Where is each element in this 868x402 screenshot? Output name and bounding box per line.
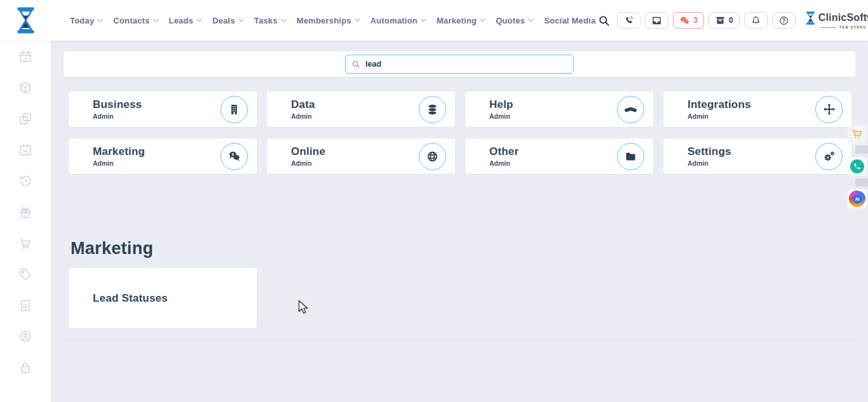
main-nav: Today Contacts Leads Deals Tasks Members… (70, 16, 595, 25)
floating-tab[interactable] (855, 145, 868, 154)
nav-item-marketing[interactable]: Marketing (437, 16, 485, 25)
chevron-down-icon (97, 18, 103, 22)
sidebar-copy-icon[interactable] (18, 111, 33, 126)
chevron-down-icon (355, 18, 360, 22)
sidebar-calendar-event-icon[interactable] (18, 142, 33, 157)
card-data[interactable]: DataAdmin (267, 91, 455, 127)
phone-button[interactable] (617, 12, 641, 29)
search-toolbar (64, 51, 855, 77)
register-count: 0 (729, 16, 733, 25)
storefront-icon (715, 15, 726, 26)
app-logo[interactable] (15, 7, 37, 34)
chevron-down-icon (480, 18, 485, 22)
section-divider (64, 338, 855, 339)
nav-item-social-media[interactable]: Social Media (544, 16, 595, 25)
chevron-down-icon (238, 18, 244, 22)
chevron-down-icon (421, 18, 426, 22)
main-content: BusinessAdmin DataAdmin HelpAdmin Integr… (51, 41, 868, 402)
handshake-icon (617, 96, 644, 123)
svg-text:12: 12 (24, 57, 28, 60)
chat-badge: 3 (693, 16, 698, 25)
hourglass-logo-icon (805, 11, 816, 25)
chevron-down-icon (153, 18, 159, 22)
card-settings[interactable]: SettingsAdmin (663, 138, 851, 174)
lead-statuses-label: Lead Statuses (93, 292, 168, 305)
notifications-button[interactable] (744, 12, 768, 29)
card-business[interactable]: BusinessAdmin (69, 91, 257, 127)
comments-dollar-icon: $ (220, 143, 248, 170)
sidebar-tag-icon[interactable] (18, 267, 33, 282)
search-icon (598, 15, 610, 27)
chevron-down-icon (528, 18, 534, 22)
nav-item-leads[interactable]: Leads (169, 16, 203, 25)
brand-name: ClinicSoftware (818, 11, 868, 24)
sidebar-shopping-cart-icon[interactable] (18, 236, 33, 251)
card-online[interactable]: OnlineAdmin (267, 138, 455, 174)
cart-icon (851, 128, 864, 140)
building-icon (220, 96, 248, 123)
globe-icon (419, 143, 446, 170)
card-other[interactable]: OtherAdmin (465, 138, 653, 174)
svg-text:$: $ (231, 152, 234, 156)
database-icon (419, 96, 446, 123)
header-actions: 3 0 ClinicSoftware .com TEN STEPS AHEAD (595, 11, 868, 30)
admin-cards-grid: BusinessAdmin DataAdmin HelpAdmin Integr… (69, 91, 851, 174)
sidebar: 12 (0, 41, 51, 402)
sidebar-lock-icon[interactable] (18, 360, 33, 375)
floating-call-button[interactable] (848, 157, 867, 176)
nav-item-memberships[interactable]: Memberships (297, 16, 360, 25)
card-help[interactable]: HelpAdmin (465, 91, 653, 127)
folder-icon (617, 143, 644, 170)
brand-logo[interactable]: ClinicSoftware .com TEN STEPS AHEAD (805, 11, 868, 29)
nav-item-deals[interactable]: Deals (212, 16, 244, 25)
top-header: Today Contacts Leads Deals Tasks Members… (0, 0, 868, 41)
nav-item-today[interactable]: Today (70, 16, 103, 25)
floating-ai-button[interactable]: AI (848, 189, 867, 208)
nav-item-quotes[interactable]: Quotes (496, 16, 534, 25)
inbox-icon (651, 15, 662, 26)
card-integrations[interactable]: IntegrationsAdmin (663, 91, 851, 127)
nav-item-contacts[interactable]: Contacts (113, 16, 158, 25)
floating-cart-button[interactable] (848, 124, 867, 144)
lead-statuses-card[interactable]: Lead Statuses (69, 268, 257, 328)
phone-volume-icon (623, 15, 634, 26)
section-title: Marketing (71, 239, 868, 258)
sidebar-calendar-icon[interactable]: 12 (18, 49, 33, 64)
chat-button[interactable]: 3 (673, 12, 704, 29)
bell-icon (750, 15, 761, 26)
floating-tab[interactable] (855, 178, 868, 187)
card-marketing[interactable]: MarketingAdmin $ (69, 138, 257, 174)
move-arrows-icon (815, 96, 843, 123)
gears-icon (815, 143, 843, 170)
search-input[interactable] (345, 55, 574, 74)
question-circle-icon (778, 15, 789, 26)
sidebar-history-icon[interactable] (18, 173, 33, 189)
sidebar-gift-icon[interactable] (18, 204, 33, 220)
search-input-wrapper (345, 55, 574, 74)
phone-circle-icon (850, 159, 864, 173)
nav-item-tasks[interactable]: Tasks (254, 16, 287, 25)
search-icon (351, 60, 360, 69)
brand-tagline: TEN STEPS AHEAD (820, 25, 868, 29)
comments-icon (679, 15, 690, 26)
chevron-down-icon (281, 18, 287, 22)
sidebar-report-icon[interactable] (18, 298, 33, 313)
search-button[interactable] (595, 15, 613, 27)
sidebar-cube-icon[interactable] (18, 80, 33, 95)
register-button[interactable]: 0 (709, 12, 740, 29)
chevron-down-icon (196, 18, 202, 22)
sidebar-user-circle-icon[interactable] (18, 329, 33, 344)
help-button[interactable] (772, 12, 796, 29)
ai-icon: AI (849, 191, 865, 207)
hourglass-logo-icon (15, 7, 37, 34)
nav-item-automation[interactable]: Automation (370, 16, 426, 25)
inbox-button[interactable] (645, 12, 668, 29)
